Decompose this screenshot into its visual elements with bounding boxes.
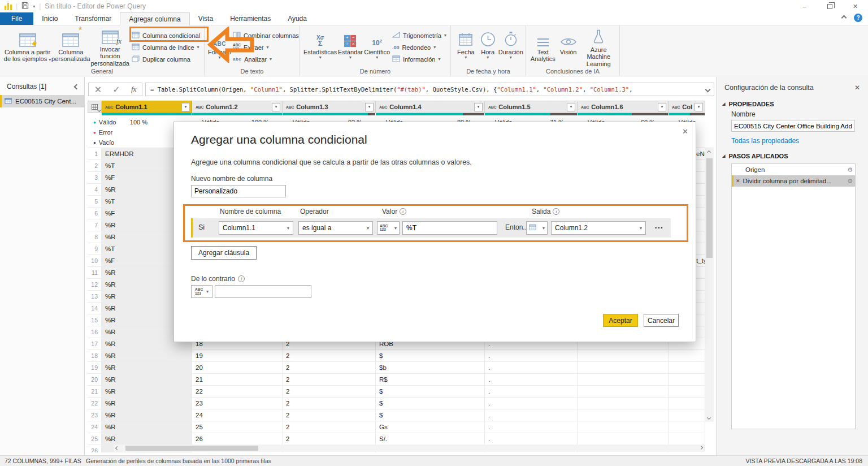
- filter-dropdown-icon[interactable]: ▾: [181, 103, 190, 111]
- table-cell[interactable]: 2: [283, 374, 376, 385]
- scroll-down-icon[interactable]: [707, 416, 711, 420]
- table-cell[interactable]: 26: [192, 433, 283, 445]
- table-cell[interactable]: [669, 433, 705, 445]
- table-cell[interactable]: .: [485, 362, 578, 373]
- select-all-corner[interactable]: [88, 101, 102, 113]
- table-cell[interactable]: Gs: [376, 421, 485, 433]
- quick-access-caret-icon[interactable]: ▾: [33, 4, 35, 9]
- file-menu-button[interactable]: File: [0, 12, 33, 25]
- table-cell[interactable]: [578, 409, 669, 421]
- accept-button[interactable]: Aceptar: [603, 314, 638, 327]
- table-cell[interactable]: 2: [283, 421, 376, 433]
- vertical-scrollbar[interactable]: [705, 148, 714, 422]
- condition-operator-dropdown[interactable]: es igual a ▾: [298, 221, 373, 235]
- filter-dropdown-icon[interactable]: ▾: [365, 103, 374, 111]
- menu-tab-transformar[interactable]: Transformar: [66, 12, 120, 25]
- table-cell[interactable]: %R: [102, 350, 192, 361]
- close-button[interactable]: ✕: [843, 0, 868, 12]
- horizontal-scroll-thumb[interactable]: [125, 446, 258, 451]
- gear-icon[interactable]: ⚙: [847, 178, 853, 185]
- statistics-button[interactable]: ΧσΣ Estadísticas ▾: [303, 28, 337, 67]
- table-cell[interactable]: .: [485, 374, 578, 385]
- table-cell[interactable]: S/.: [376, 433, 485, 445]
- table-cell[interactable]: 2: [283, 362, 376, 373]
- condition-column-dropdown[interactable]: Column1.1 ▾: [219, 221, 293, 235]
- filter-dropdown-icon[interactable]: ▾: [474, 103, 483, 111]
- collapse-ribbon-icon[interactable]: [841, 15, 847, 21]
- table-cell[interactable]: 24: [192, 409, 283, 421]
- applied-steps-section-header[interactable]: ◢ PASOS APLICADOS: [717, 150, 868, 161]
- table-cell[interactable]: $: [376, 398, 485, 409]
- new-column-name-input[interactable]: [191, 185, 286, 197]
- filter-dropdown-icon[interactable]: ▾: [695, 103, 703, 111]
- else-type-dropdown[interactable]: ABC123 ▾: [191, 285, 212, 298]
- menu-tab-agregar-columna[interactable]: Agregar columna: [120, 12, 189, 25]
- commit-formula-icon[interactable]: ✓: [112, 84, 120, 95]
- table-cell[interactable]: [669, 421, 705, 433]
- table-cell[interactable]: .: [485, 398, 578, 409]
- table-cell[interactable]: [669, 409, 705, 421]
- menu-tab-vista[interactable]: Vista: [190, 12, 222, 25]
- vision-button[interactable]: Visión: [557, 28, 580, 67]
- scientific-button[interactable]: 102 Científico ▾: [364, 28, 390, 67]
- menu-tab-inicio[interactable]: Inicio: [33, 12, 66, 25]
- properties-section-header[interactable]: ◢ PROPIEDADES: [717, 98, 868, 109]
- query-name-input[interactable]: [731, 120, 855, 132]
- table-cell[interactable]: %R: [102, 409, 192, 421]
- column-header-column1.2[interactable]: ABCColumn1.2▾: [192, 101, 283, 113]
- table-cell[interactable]: [578, 421, 669, 433]
- delete-step-icon[interactable]: ✕: [736, 178, 740, 184]
- cancel-formula-icon[interactable]: ✕: [94, 84, 102, 95]
- table-cell[interactable]: $: [376, 386, 485, 397]
- table-cell[interactable]: 2: [283, 409, 376, 421]
- dialog-close-icon[interactable]: ✕: [682, 127, 688, 136]
- table-cell[interactable]: 20: [192, 362, 283, 373]
- table-cell[interactable]: 25: [192, 421, 283, 433]
- cancel-button[interactable]: Cancelar: [644, 314, 679, 327]
- column-header-column1.6[interactable]: ABCColumn1.6▾: [578, 101, 669, 113]
- menu-tab-herramientas[interactable]: Herramientas: [222, 12, 279, 25]
- table-cell[interactable]: $b: [376, 362, 485, 373]
- table-cell[interactable]: .: [485, 409, 578, 421]
- menu-tab-ayuda[interactable]: Ayuda: [279, 12, 315, 25]
- date-button[interactable]: Fecha ▾: [454, 28, 478, 67]
- trigonometry-button[interactable]: Trigonometría ▾: [390, 30, 448, 41]
- filter-dropdown-icon[interactable]: ▾: [272, 103, 280, 111]
- custom-column-button[interactable]: * Columna personalizada: [51, 28, 90, 67]
- column-from-examples-button[interactable]: Columna a partir de los ejemplos ▾: [3, 28, 51, 67]
- table-cell[interactable]: [578, 350, 669, 361]
- add-clause-button[interactable]: Agregar cláusula: [191, 246, 257, 260]
- table-cell[interactable]: .: [485, 350, 578, 361]
- filter-dropdown-icon[interactable]: ▾: [658, 103, 666, 111]
- table-cell[interactable]: %R: [102, 374, 192, 385]
- minimize-button[interactable]: –: [792, 0, 817, 12]
- table-cell[interactable]: .: [485, 386, 578, 397]
- text-analytics-button[interactable]: Text Analytics: [530, 28, 557, 67]
- table-cell[interactable]: 2: [283, 433, 376, 445]
- table-cell[interactable]: [578, 433, 669, 445]
- horizontal-scrollbar[interactable]: [114, 445, 705, 452]
- table-cell[interactable]: $: [376, 409, 485, 421]
- duplicate-column-button[interactable]: Duplicar columna: [130, 54, 202, 64]
- table-cell[interactable]: [669, 350, 705, 361]
- duration-button[interactable]: Duración ▾: [498, 28, 523, 67]
- column-header-column1.1[interactable]: ABCColumn1.1▾: [102, 101, 192, 113]
- table-cell[interactable]: [578, 386, 669, 397]
- column-header-column1.4[interactable]: ABCColumn1.4▾: [376, 101, 485, 113]
- table-cell[interactable]: 23: [192, 398, 283, 409]
- standard-button[interactable]: +−÷× Estándar ▾: [337, 28, 363, 67]
- condition-output-dropdown[interactable]: Column1.2 ▾: [551, 221, 646, 235]
- table-cell[interactable]: %R: [102, 398, 192, 409]
- table-cell[interactable]: $: [376, 350, 485, 361]
- expand-formula-icon[interactable]: [705, 87, 711, 93]
- azure-machine-learning-button[interactable]: Azure Machine Learning: [580, 28, 617, 67]
- restore-button[interactable]: [817, 0, 843, 12]
- table-cell[interactable]: .: [485, 433, 578, 445]
- filter-dropdown-icon[interactable]: ▾: [567, 103, 575, 111]
- table-cell[interactable]: [669, 374, 705, 385]
- help-icon[interactable]: ?: [854, 14, 862, 22]
- table-cell[interactable]: [669, 398, 705, 409]
- all-properties-link[interactable]: Todas las propiedades: [731, 137, 860, 145]
- table-cell[interactable]: %R: [102, 386, 192, 397]
- table-cell[interactable]: 2: [283, 350, 376, 361]
